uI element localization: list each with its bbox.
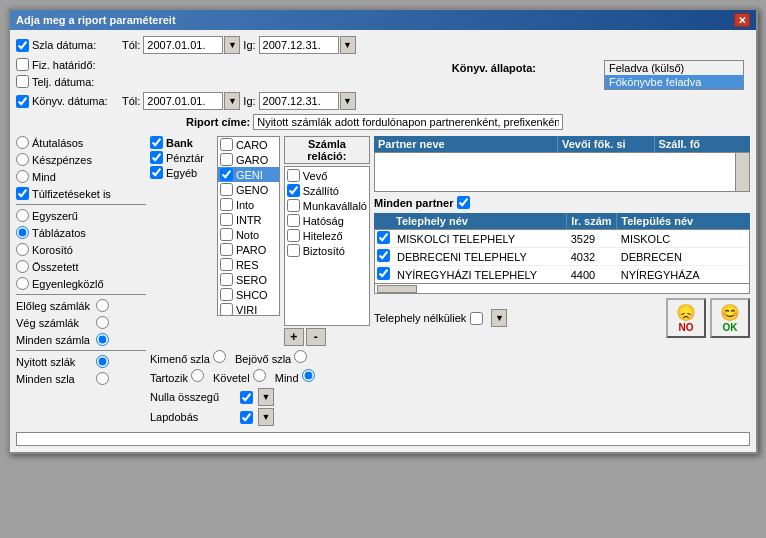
partner-col1-header: Partner neve: [374, 136, 558, 152]
telephely-check-0[interactable]: [377, 231, 390, 244]
riport-cime-input[interactable]: [253, 114, 563, 130]
caro-check[interactable]: [220, 138, 233, 151]
bejövő-szla-radio[interactable]: [294, 350, 307, 363]
prefix-item-noto[interactable]: Noto: [218, 227, 279, 242]
prefix-item-garo[interactable]: GARO: [218, 152, 279, 167]
biztosito-row[interactable]: Biztosító: [287, 244, 367, 257]
konyv-tol-dropdown[interactable]: ▼: [224, 92, 240, 110]
telj-datuma-check[interactable]: [16, 75, 29, 88]
viri-check[interactable]: [220, 303, 233, 316]
konyv-tol-input[interactable]: [143, 92, 223, 110]
prefix-item-viri[interactable]: VIRI: [218, 302, 279, 316]
mind-account-radio[interactable]: [302, 369, 315, 382]
prefix-item-geno[interactable]: GENO: [218, 182, 279, 197]
lapdobas-dropdown[interactable]: ▼: [258, 408, 274, 426]
telephely-check-2[interactable]: [377, 267, 390, 280]
minden-szla-row: Minden szla: [16, 372, 146, 385]
szla-tol-dropdown[interactable]: ▼: [224, 36, 240, 54]
konyv-ig-input[interactable]: [259, 92, 339, 110]
egyeb-check[interactable]: [150, 166, 163, 179]
mind-radio[interactable]: [16, 170, 29, 183]
szallito-check[interactable]: [287, 184, 300, 197]
biztosito-check[interactable]: [287, 244, 300, 257]
prefix-item-sero[interactable]: SERO: [218, 272, 279, 287]
minus-button[interactable]: -: [306, 328, 326, 346]
korosito-radio[interactable]: [16, 243, 29, 256]
tablazatos-radio[interactable]: [16, 226, 29, 239]
hitelező-check[interactable]: [287, 229, 300, 242]
noto-check[interactable]: [220, 228, 233, 241]
munkavallalo-check[interactable]: [287, 199, 300, 212]
close-button[interactable]: ✕: [734, 13, 750, 27]
penztar-check[interactable]: [150, 151, 163, 164]
fiz-hataridő-check[interactable]: [16, 58, 29, 71]
into-check[interactable]: [220, 198, 233, 211]
szla-ig-dropdown[interactable]: ▼: [340, 36, 356, 54]
shco-check[interactable]: [220, 288, 233, 301]
geni-check[interactable]: [220, 168, 233, 181]
garo-check[interactable]: [220, 153, 233, 166]
veg-radio[interactable]: [96, 316, 109, 329]
paro-check[interactable]: [220, 243, 233, 256]
vevo-row[interactable]: Vevő: [287, 169, 367, 182]
egyszeru-radio[interactable]: [16, 209, 29, 222]
telephely-hscroll-thumb[interactable]: [377, 285, 417, 293]
konyv-option1[interactable]: Feladva (külső): [605, 61, 743, 75]
intr-check[interactable]: [220, 213, 233, 226]
szla-tol-input[interactable]: [143, 36, 223, 54]
prefix-item-res[interactable]: RES: [218, 257, 279, 272]
hatosag-row[interactable]: Hatóság: [287, 214, 367, 227]
eloleg-radio[interactable]: [96, 299, 109, 312]
tulfizeteseket-check[interactable]: [16, 187, 29, 200]
telephely-nelkuliek-check[interactable]: [470, 312, 483, 325]
prefix-item-geni[interactable]: GENI: [218, 167, 279, 182]
hitelező-row[interactable]: Hitelező: [287, 229, 367, 242]
res-check[interactable]: [220, 258, 233, 271]
prefix-item-paro[interactable]: PARO: [218, 242, 279, 257]
geno-check[interactable]: [220, 183, 233, 196]
minden-szamla-radio[interactable]: [96, 333, 109, 346]
prefix-item-shco[interactable]: SHCO: [218, 287, 279, 302]
egyenlegkozlo-radio[interactable]: [16, 277, 29, 290]
követel-radio[interactable]: [253, 369, 266, 382]
kimenő-szla-radio[interactable]: [213, 350, 226, 363]
no-button[interactable]: 😞 NO: [666, 298, 706, 338]
konyv-allapota-box: Feladva (külső) Főkönyvbe feladva: [604, 60, 744, 90]
ok-button[interactable]: 😊 OK: [710, 298, 750, 338]
nyitott-szlak-radio[interactable]: [96, 355, 109, 368]
lapdobas-check[interactable]: [240, 411, 253, 424]
vevo-check[interactable]: [287, 169, 300, 182]
partner-scrollbar[interactable]: [735, 153, 749, 191]
munkavallalo-row[interactable]: Munkavállaló: [287, 199, 367, 212]
prefix-item-into[interactable]: Into: [218, 197, 279, 212]
konyv-datuma-check[interactable]: [16, 95, 29, 108]
szla-ig-input[interactable]: [259, 36, 339, 54]
telephely-check-1[interactable]: [377, 249, 390, 262]
telephely-nelkuliek-dropdown[interactable]: ▼: [491, 309, 507, 327]
partner-table-scrollbar[interactable]: [374, 152, 750, 192]
atutalas-radio[interactable]: [16, 136, 29, 149]
nulla-check[interactable]: [240, 391, 253, 404]
prefix-item-intr[interactable]: INTR: [218, 212, 279, 227]
osszetett-radio[interactable]: [16, 260, 29, 273]
szallito-row[interactable]: Szállító: [287, 184, 367, 197]
minden-partner-check[interactable]: [457, 196, 470, 209]
szla-datuma-check[interactable]: [16, 39, 29, 52]
plus-button[interactable]: +: [284, 328, 304, 346]
keszpenz-radio[interactable]: [16, 153, 29, 166]
hatosag-check[interactable]: [287, 214, 300, 227]
konyv-option2[interactable]: Főkönyvbe feladva: [605, 75, 743, 89]
no-face-icon: 😞: [676, 303, 696, 322]
eloleg-row: Előleg számlák: [16, 299, 146, 312]
konyv-ig-dropdown[interactable]: ▼: [340, 92, 356, 110]
telephely-hscrollbar[interactable]: [374, 284, 750, 294]
minden-szla-radio[interactable]: [96, 372, 109, 385]
követel-row: Követel: [213, 369, 269, 384]
bank-check[interactable]: [150, 136, 163, 149]
prefix-item-caro[interactable]: CARO: [218, 137, 279, 152]
prefix-listbox[interactable]: CARO GARO GENI GENO: [217, 136, 280, 316]
sero-check[interactable]: [220, 273, 233, 286]
konyv-allapota-label: Könyv. állapota:: [452, 62, 536, 74]
nulla-dropdown[interactable]: ▼: [258, 388, 274, 406]
tartozik-radio[interactable]: [191, 369, 204, 382]
